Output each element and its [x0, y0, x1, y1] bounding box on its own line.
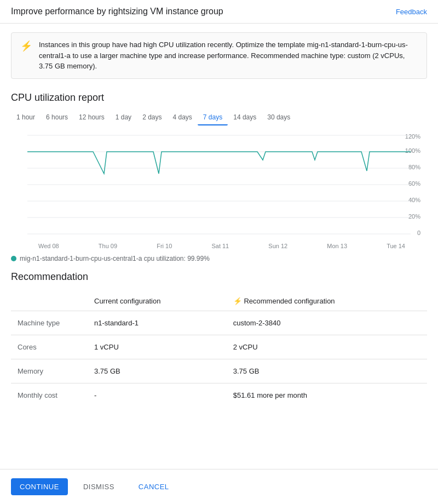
col-header-current: Current configuration	[88, 291, 227, 311]
time-tab-1-hour[interactable]: 1 hour	[11, 110, 41, 125]
row-recommended: 2 vCPU	[227, 335, 427, 359]
col-header-recommended: ⚡ Recommended configuration	[227, 291, 427, 311]
chart-legend: mig-n1-standard-1-burn-cpu-us-central1-a…	[0, 250, 438, 267]
x-label-thu: Thu 09	[99, 243, 117, 249]
time-tab-14-days[interactable]: 14 days	[228, 110, 262, 125]
x-label-fri: Fri 10	[157, 243, 172, 249]
page-title: Improve performance by rightsizing VM in…	[11, 7, 223, 16]
continue-button[interactable]: CONTINUE	[11, 478, 68, 495]
row-label: Memory	[11, 359, 88, 383]
page-header: Improve performance by rightsizing VM in…	[0, 0, 438, 24]
col-header-label	[11, 291, 88, 311]
legend-text: mig-n1-standard-1-burn-cpu-us-central1-a…	[20, 255, 210, 262]
table-row: Cores 1 vCPU 2 vCPU	[11, 335, 427, 359]
alert-icon: ⚡	[20, 40, 32, 52]
row-label: Cores	[11, 335, 88, 359]
time-tab-4-days[interactable]: 4 days	[167, 110, 197, 125]
recommendation-section: Recommendation Current configuration ⚡ R…	[0, 267, 438, 407]
row-current: -	[88, 383, 227, 407]
recommendation-table: Current configuration ⚡ Recommended conf…	[11, 291, 427, 407]
table-row: Monthly cost - $51.61 more per month	[11, 383, 427, 407]
alert-text: Instances in this group have had high CP…	[39, 39, 418, 72]
row-current: n1-standard-1	[88, 311, 227, 335]
time-tab-30-days[interactable]: 30 days	[262, 110, 296, 125]
time-tab-2-days[interactable]: 2 days	[137, 110, 167, 125]
table-row: Machine type n1-standard-1 custom-2-3840	[11, 311, 427, 335]
row-recommended: $51.61 more per month	[227, 383, 427, 407]
svg-text:120%: 120%	[405, 133, 420, 140]
x-label-wed: Wed 08	[38, 243, 59, 249]
time-tabs: 1 hour6 hours12 hours1 day2 days4 days7 …	[11, 110, 427, 125]
x-label-tue: Tue 14	[387, 243, 405, 249]
row-label: Machine type	[11, 311, 88, 335]
table-row: Memory 3.75 GB 3.75 GB	[11, 359, 427, 383]
row-recommended: custom-2-3840	[227, 311, 427, 335]
row-label: Monthly cost	[11, 383, 88, 407]
cpu-section: CPU utilization report 1 hour6 hours12 h…	[0, 88, 438, 250]
row-current: 1 vCPU	[88, 335, 227, 359]
recommended-star-icon: ⚡	[233, 297, 244, 305]
time-tab-1-day[interactable]: 1 day	[110, 110, 137, 125]
svg-text:40%: 40%	[408, 197, 420, 203]
x-label-sun: Sun 12	[268, 243, 287, 249]
dismiss-button[interactable]: DISMISS	[74, 478, 123, 495]
time-tab-12-hours[interactable]: 12 hours	[73, 110, 110, 125]
cancel-button[interactable]: CANCEL	[130, 478, 178, 495]
cpu-section-title: CPU utilization report	[11, 92, 427, 104]
chart-x-labels: Wed 08 Thu 09 Fri 10 Sat 11 Sun 12 Mon 1…	[11, 242, 427, 250]
recommendation-title: Recommendation	[11, 271, 427, 283]
cpu-chart: 120% 100% 80% 60% 40% 20% 0	[11, 130, 427, 239]
svg-text:60%: 60%	[408, 180, 420, 187]
footer: CONTINUE DISMISS CANCEL	[0, 469, 438, 504]
feedback-link[interactable]: Feedback	[396, 8, 427, 16]
row-current: 3.75 GB	[88, 359, 227, 383]
svg-text:100%: 100%	[405, 147, 420, 154]
alert-box: ⚡ Instances in this group have had high …	[11, 32, 427, 79]
x-label-sat: Sat 11	[211, 243, 229, 249]
svg-text:80%: 80%	[408, 164, 420, 170]
time-tab-6-hours[interactable]: 6 hours	[41, 110, 73, 125]
svg-text:0: 0	[417, 230, 420, 236]
row-recommended: 3.75 GB	[227, 359, 427, 383]
legend-dot-icon	[11, 256, 16, 261]
svg-text:20%: 20%	[408, 213, 420, 220]
time-tab-7-days[interactable]: 7 days	[198, 110, 228, 125]
x-label-mon: Mon 13	[327, 243, 347, 249]
